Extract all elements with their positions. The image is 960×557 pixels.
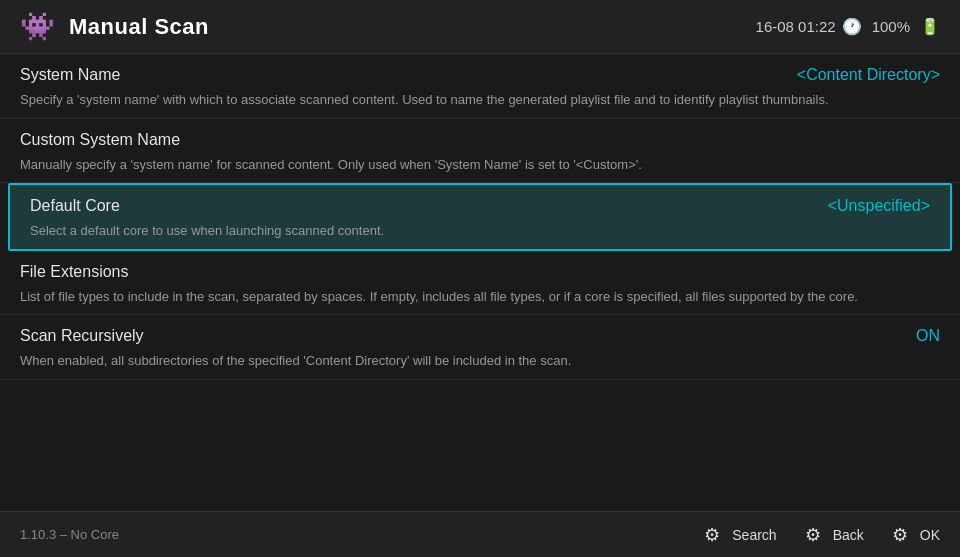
setting-name: Scan Recursively — [20, 327, 144, 345]
setting-main-line: Default Core <Unspecified> — [30, 197, 930, 215]
clock-icon: 🕐 — [842, 17, 862, 36]
footer-actions: Search Back OK — [700, 523, 940, 547]
setting-name: File Extensions — [20, 263, 129, 281]
setting-value: <Unspecified> — [828, 197, 930, 215]
setting-main-line: Custom System Name — [20, 131, 940, 149]
setting-name: Custom System Name — [20, 131, 180, 149]
setting-row-file-extensions[interactable]: File Extensions List of file types to in… — [0, 251, 960, 316]
setting-row-scan-recursively[interactable]: Scan Recursively ON When enabled, all su… — [0, 315, 960, 380]
setting-description: List of file types to include in the sca… — [20, 287, 940, 307]
search-icon — [700, 523, 724, 547]
footer: 1.10.3 – No Core Search Back — [0, 511, 960, 557]
setting-value: ON — [916, 327, 940, 345]
setting-main-line: File Extensions — [20, 263, 940, 281]
back-icon — [801, 523, 825, 547]
setting-description: Specify a 'system name' with which to as… — [20, 90, 940, 110]
settings-list: System Name <Content Directory> Specify … — [0, 54, 960, 511]
setting-row-system-name[interactable]: System Name <Content Directory> Specify … — [0, 54, 960, 119]
battery-value: 100% — [872, 18, 910, 35]
ok-label: OK — [920, 527, 940, 543]
setting-name: Default Core — [30, 197, 120, 215]
battery-icon: 🔋 — [920, 17, 940, 36]
back-action[interactable]: Back — [801, 523, 864, 547]
setting-name: System Name — [20, 66, 120, 84]
version-label: 1.10.3 – No Core — [20, 527, 119, 542]
time-value: 16-08 01:22 — [756, 18, 836, 35]
setting-description: Select a default core to use when launch… — [30, 221, 930, 241]
ok-action[interactable]: OK — [888, 523, 940, 547]
setting-row-default-core[interactable]: Default Core <Unspecified> Select a defa… — [8, 183, 952, 251]
setting-value: <Content Directory> — [797, 66, 940, 84]
header-right: 16-08 01:22 🕐 100% 🔋 — [756, 17, 940, 36]
setting-row-custom-system-name[interactable]: Custom System Name Manually specify a 's… — [0, 119, 960, 184]
ok-icon — [888, 523, 912, 547]
search-label: Search — [732, 527, 776, 543]
setting-main-line: Scan Recursively ON — [20, 327, 940, 345]
setting-main-line: System Name <Content Directory> — [20, 66, 940, 84]
header-time: 16-08 01:22 🕐 — [756, 17, 862, 36]
back-label: Back — [833, 527, 864, 543]
page-title: Manual Scan — [69, 14, 209, 40]
header-left: 👾 Manual Scan — [20, 10, 209, 43]
header: 👾 Manual Scan 16-08 01:22 🕐 100% 🔋 — [0, 0, 960, 54]
setting-description: When enabled, all subdirectories of the … — [20, 351, 940, 371]
setting-description: Manually specify a 'system name' for sca… — [20, 155, 940, 175]
search-action[interactable]: Search — [700, 523, 776, 547]
app-icon: 👾 — [20, 10, 55, 43]
